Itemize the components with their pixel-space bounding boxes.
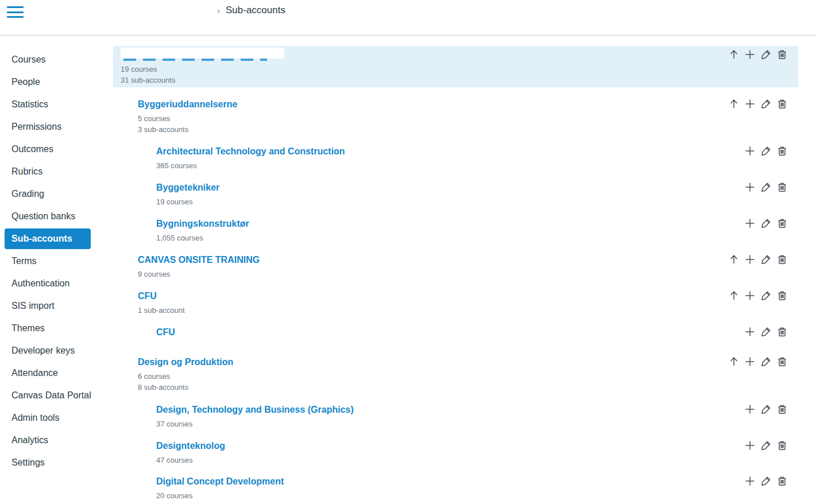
edit-button[interactable] <box>760 48 772 61</box>
empty-icon-slot <box>728 439 740 452</box>
account-name-link[interactable]: CANVAS ONSITE TRAINING <box>138 254 260 265</box>
delete-button[interactable] <box>776 145 788 157</box>
add-sub-account-button[interactable] <box>744 98 756 110</box>
account-name-link[interactable]: Design, Technology and Business (Graphic… <box>156 404 354 415</box>
account-name-link[interactable]: CFU <box>156 327 175 338</box>
add-sub-account-button[interactable] <box>744 325 756 338</box>
sidebar-item-canvas-data-portal[interactable]: Canvas Data Portal <box>11 389 92 402</box>
delete-button[interactable] <box>776 253 788 266</box>
trash-icon <box>776 98 788 110</box>
add-sub-account-button[interactable] <box>744 355 756 368</box>
edit-button[interactable] <box>760 403 772 416</box>
account-name-link[interactable]: Designteknolog <box>156 440 225 451</box>
sidebar-item-outcomes[interactable]: Outcomes <box>11 143 92 156</box>
courses-count: 365 courses <box>156 160 345 171</box>
sidebar-item-admin-tools[interactable]: Admin tools <box>11 412 92 424</box>
delete-button[interactable] <box>776 439 788 452</box>
account-name-link[interactable]: Bygningskonstruktør <box>156 218 249 229</box>
move-up-button[interactable] <box>728 253 740 266</box>
sidebar-item-courses[interactable]: Courses <box>11 53 92 66</box>
delete-button[interactable] <box>776 475 788 487</box>
pencil-icon <box>760 356 772 367</box>
edit-button[interactable] <box>760 475 772 487</box>
trash-icon <box>776 290 788 301</box>
courses-count: 19 courses <box>156 196 219 207</box>
edit-button[interactable] <box>760 145 772 157</box>
sidebar-item-question-banks[interactable]: Question banks <box>11 210 92 223</box>
hamburger-menu-icon[interactable] <box>7 6 24 18</box>
account-name-link[interactable]: Design og Produktion <box>138 356 233 367</box>
sidebar-item-terms[interactable]: Terms <box>11 255 92 267</box>
sidebar-item-statistics[interactable]: Statistics <box>11 98 92 111</box>
delete-button[interactable] <box>776 48 788 61</box>
delete-button[interactable] <box>776 217 788 230</box>
breadcrumb: › Sub-accounts <box>217 5 285 16</box>
move-up-button[interactable] <box>728 355 740 368</box>
delete-button[interactable] <box>776 98 788 110</box>
move-up-button[interactable] <box>728 48 740 61</box>
courses-count: 6 courses <box>138 371 233 382</box>
courses-count: 9 courses <box>138 269 260 280</box>
plus-icon <box>744 440 756 451</box>
empty-icon-slot <box>728 403 740 416</box>
account-name-link[interactable]: Architectural Technology and Constructio… <box>156 146 345 157</box>
move-up-icon <box>728 98 740 110</box>
add-sub-account-button[interactable] <box>744 253 756 266</box>
add-sub-account-button[interactable] <box>744 289 756 302</box>
sidebar-item-authentication[interactable]: Authentication <box>11 277 92 290</box>
add-sub-account-button[interactable] <box>744 48 756 61</box>
move-up-button[interactable] <box>728 98 740 110</box>
account-name-link[interactable]: Byggetekniker <box>156 182 219 193</box>
redaction-overlay <box>121 48 284 59</box>
edit-button[interactable] <box>760 439 772 452</box>
move-up-button[interactable] <box>728 289 740 302</box>
delete-button[interactable] <box>776 181 788 193</box>
sidebar-item-analytics[interactable]: Analytics <box>11 434 92 447</box>
empty-icon-slot <box>728 145 740 157</box>
add-sub-account-button[interactable] <box>744 439 756 452</box>
delete-button[interactable] <box>776 403 788 416</box>
plus-icon <box>744 218 756 229</box>
delete-button[interactable] <box>776 325 788 338</box>
plus-icon <box>744 98 756 110</box>
edit-button[interactable] <box>760 98 772 110</box>
sub-accounts-count: 3 sub-accounts <box>138 124 237 135</box>
pencil-icon <box>760 218 772 229</box>
sidebar-item-settings[interactable]: Settings <box>11 456 92 469</box>
sidebar-item-developer-keys[interactable]: Developer keys <box>11 344 92 357</box>
add-sub-account-button[interactable] <box>744 181 756 193</box>
pencil-icon <box>760 145 772 157</box>
sidebar-item-sis-import[interactable]: SIS import <box>11 300 92 312</box>
sidebar-item-themes[interactable]: Themes <box>11 322 92 335</box>
sidebar-item-sub-accounts[interactable]: Sub-accounts <box>5 228 91 249</box>
sidebar-item-attendance[interactable]: Attendance <box>11 367 92 379</box>
edit-button[interactable] <box>760 325 772 338</box>
sub-accounts-tree: 19 courses31 sub-accounts <box>113 36 816 504</box>
pencil-icon <box>760 440 772 451</box>
edit-button[interactable] <box>760 289 772 302</box>
trash-icon <box>776 181 788 193</box>
delete-button[interactable] <box>776 289 788 302</box>
trash-icon <box>776 254 788 265</box>
courses-count: 47 courses <box>156 455 225 466</box>
account-name-link[interactable]: CFU <box>138 290 157 301</box>
sidebar-item-rubrics[interactable]: Rubrics <box>11 165 92 178</box>
add-sub-account-button[interactable] <box>744 403 756 416</box>
edit-button[interactable] <box>760 355 772 368</box>
courses-count: 19 courses <box>121 64 284 75</box>
move-up-icon <box>728 49 740 60</box>
delete-button[interactable] <box>776 355 788 368</box>
add-sub-account-button[interactable] <box>744 217 756 230</box>
account-name-link[interactable]: Digital Concept Development <box>156 476 284 487</box>
sidebar-item-people[interactable]: People <box>11 76 92 88</box>
add-sub-account-button[interactable] <box>744 475 756 487</box>
sidebar-item-permissions[interactable]: Permissions <box>11 121 92 133</box>
edit-button[interactable] <box>760 253 772 266</box>
sidebar-item-grading[interactable]: Grading <box>11 188 92 200</box>
account-name-link[interactable]: Byggeriuddannelserne <box>138 99 237 110</box>
courses-count: 37 courses <box>156 418 354 429</box>
pencil-icon <box>760 290 772 301</box>
edit-button[interactable] <box>760 181 772 193</box>
add-sub-account-button[interactable] <box>744 145 756 157</box>
edit-button[interactable] <box>760 217 772 230</box>
